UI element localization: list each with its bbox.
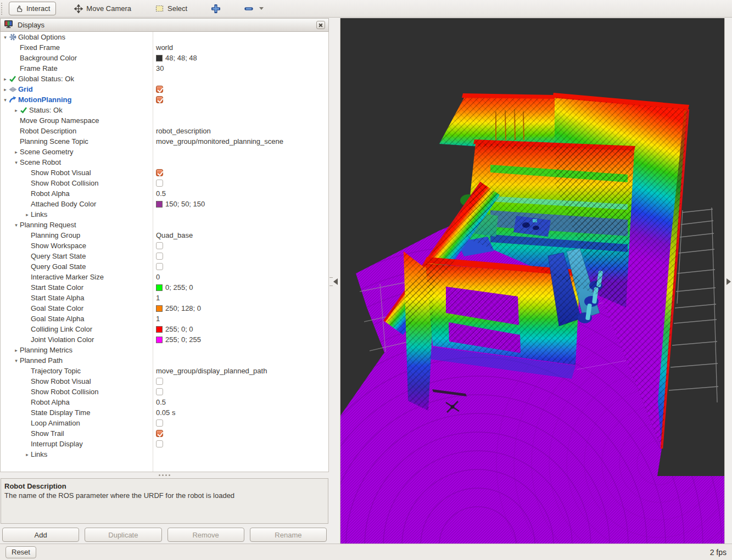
tree-row[interactable]: State Display Time0.05 s: [1, 407, 328, 418]
left-dock-splitter[interactable]: [329, 18, 340, 544]
move-camera-tool-button[interactable]: Move Camera: [68, 2, 137, 16]
property-value[interactable]: Quad_base: [156, 231, 193, 239]
displays-panel-header[interactable]: Displays: [0, 18, 329, 32]
expand-open-icon[interactable]: ▾: [13, 160, 20, 165]
tree-row[interactable]: Fixed Frameworld: [1, 42, 328, 53]
property-value[interactable]: 255; 0; 255: [165, 335, 201, 344]
property-value[interactable]: world: [156, 43, 173, 52]
collapse-right-icon[interactable]: [727, 278, 731, 285]
color-swatch[interactable]: [156, 337, 163, 343]
property-value[interactable]: 250; 128; 0: [165, 304, 201, 312]
property-value[interactable]: robot_description: [156, 127, 211, 135]
tree-row[interactable]: Robot Descriptionrobot_description: [1, 126, 328, 136]
remove-button[interactable]: Remove: [167, 528, 244, 542]
tree-row[interactable]: Colliding Link Color255; 0; 0: [1, 324, 328, 334]
tree-row[interactable]: Attached Body Color150; 50; 150: [1, 199, 328, 209]
tree-row[interactable]: Move Group Namespace: [1, 115, 328, 126]
tree-row[interactable]: ▸Links: [1, 209, 328, 220]
tree-row[interactable]: ▸Planning Metrics: [1, 345, 328, 355]
tree-row[interactable]: Joint Violation Color255; 0; 255: [1, 334, 328, 345]
tree-row[interactable]: Goal State Color250; 128; 0: [1, 303, 328, 313]
duplicate-button[interactable]: Duplicate: [85, 528, 161, 542]
property-checkbox[interactable]: [156, 440, 163, 447]
property-value[interactable]: 1: [156, 315, 160, 323]
color-swatch[interactable]: [156, 201, 163, 208]
expand-closed-icon[interactable]: ▸: [13, 348, 20, 353]
tree-row[interactable]: Trajectory Topicmove_group/display_plann…: [1, 366, 328, 376]
property-value[interactable]: 30: [156, 64, 164, 72]
panel-splitter-handle[interactable]: [0, 472, 329, 478]
property-value[interactable]: 0.5: [156, 398, 166, 406]
expand-open-icon[interactable]: ▾: [13, 222, 20, 228]
property-checkbox[interactable]: [156, 419, 163, 427]
color-swatch[interactable]: [156, 305, 163, 312]
reset-button[interactable]: Reset: [5, 546, 36, 558]
color-swatch[interactable]: [156, 326, 163, 333]
property-value[interactable]: 0.5: [156, 189, 166, 198]
expand-open-icon[interactable]: ▾: [2, 35, 9, 40]
tree-row[interactable]: Robot Alpha0.5: [1, 188, 328, 199]
property-value[interactable]: 0.05 s: [156, 408, 175, 417]
expand-closed-icon[interactable]: ▸: [13, 108, 20, 113]
remove-tool-button[interactable]: [238, 2, 270, 16]
tree-row[interactable]: Show Robot Collision: [1, 178, 328, 188]
tree-row[interactable]: Show Robot Visual: [1, 167, 328, 178]
property-checkbox[interactable]: [156, 86, 163, 93]
toolbar-grip[interactable]: [1, 3, 4, 15]
property-checkbox[interactable]: [156, 180, 163, 187]
property-checkbox[interactable]: [156, 169, 163, 176]
tree-row[interactable]: Interactive Marker Size0: [1, 272, 328, 282]
expand-closed-icon[interactable]: ▸: [24, 452, 31, 457]
property-value[interactable]: move_group/display_planned_path: [156, 367, 267, 375]
splitter-grip[interactable]: [329, 277, 333, 286]
expand-closed-icon[interactable]: ▸: [24, 212, 31, 217]
tree-row[interactable]: Background Color48; 48; 48: [1, 53, 328, 63]
tree-row[interactable]: ▾Global Options: [1, 32, 328, 42]
tree-row[interactable]: Show Trail: [1, 428, 328, 439]
property-value[interactable]: 150; 50; 150: [165, 200, 205, 208]
property-value[interactable]: 48; 48; 48: [165, 54, 197, 62]
add-tool-button[interactable]: [205, 2, 226, 16]
property-checkbox[interactable]: [156, 96, 163, 103]
expand-closed-icon[interactable]: ▸: [2, 87, 9, 92]
expand-open-icon[interactable]: ▾: [2, 97, 9, 103]
tree-row[interactable]: ▾MotionPlanning: [1, 94, 328, 105]
property-value[interactable]: move_group/monitored_planning_scene: [156, 137, 283, 145]
property-value[interactable]: 1: [156, 294, 160, 302]
tree-row[interactable]: ▸Status: Ok: [1, 105, 328, 115]
tree-row[interactable]: ▾Planned Path: [1, 355, 328, 366]
tree-row[interactable]: ▾Scene Robot: [1, 157, 328, 167]
tree-row[interactable]: Query Start State: [1, 251, 328, 261]
property-value[interactable]: 255; 0; 0: [165, 325, 193, 333]
3d-viewport[interactable]: [340, 18, 724, 544]
rename-button[interactable]: Rename: [250, 528, 327, 542]
column-divider[interactable]: [153, 32, 153, 472]
select-tool-button[interactable]: Select: [149, 2, 193, 15]
tree-row[interactable]: Interrupt Display: [1, 439, 328, 449]
color-swatch[interactable]: [156, 284, 163, 291]
property-checkbox[interactable]: [156, 388, 163, 395]
expand-closed-icon[interactable]: ▸: [2, 76, 9, 82]
tree-row[interactable]: Planning Scene Topicmove_group/monitored…: [1, 136, 328, 147]
tree-row[interactable]: Robot Alpha0.5: [1, 397, 328, 407]
tree-row[interactable]: Planning GroupQuad_base: [1, 230, 328, 240]
tree-row[interactable]: ▸Scene Geometry: [1, 147, 328, 157]
tree-row[interactable]: Show Robot Collision: [1, 387, 328, 397]
property-checkbox[interactable]: [156, 242, 163, 249]
tree-row[interactable]: ▸Grid: [1, 84, 328, 94]
tree-row[interactable]: ▸Global Status: Ok: [1, 74, 328, 84]
tree-row[interactable]: Start State Alpha1: [1, 293, 328, 303]
close-icon[interactable]: [316, 21, 325, 29]
expand-closed-icon[interactable]: ▸: [13, 149, 20, 155]
tree-row[interactable]: Goal State Alpha1: [1, 313, 328, 324]
tree-row[interactable]: Loop Animation: [1, 418, 328, 428]
tree-row[interactable]: ▸Links: [1, 449, 328, 460]
add-button[interactable]: Add: [2, 528, 79, 542]
collapse-left-icon[interactable]: [333, 278, 338, 285]
expand-open-icon[interactable]: ▾: [13, 358, 20, 363]
tree-row[interactable]: Frame Rate30: [1, 63, 328, 74]
property-checkbox[interactable]: [156, 430, 163, 437]
interact-tool-button[interactable]: Interact: [9, 2, 56, 15]
tree-row[interactable]: Show Robot Visual: [1, 376, 328, 387]
property-value[interactable]: 0: [156, 273, 160, 281]
